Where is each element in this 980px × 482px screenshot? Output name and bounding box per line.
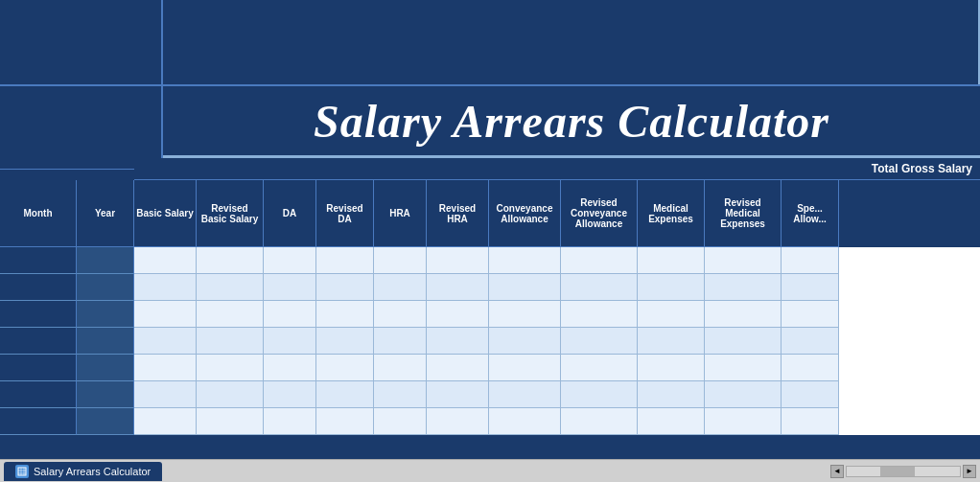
rev-conv-cell[interactable]: [561, 247, 638, 274]
rev-medical-cell[interactable]: [705, 328, 782, 355]
conv-cell[interactable]: [489, 381, 561, 408]
hra-cell[interactable]: [374, 381, 427, 408]
month-cell[interactable]: [0, 274, 77, 301]
app-title: Salary Arrears Calculator: [314, 95, 829, 148]
rev-medical-cell[interactable]: [705, 355, 782, 381]
rev-da-cell[interactable]: [316, 381, 374, 408]
scroll-right-button[interactable]: ►: [963, 465, 976, 478]
year-cell[interactable]: [77, 247, 134, 274]
col-header-hra: HRA: [374, 180, 427, 247]
medical-cell[interactable]: [638, 381, 705, 408]
year-cell[interactable]: [77, 328, 134, 355]
special-cell[interactable]: [782, 381, 839, 408]
rev-hra-cell[interactable]: [427, 274, 489, 301]
rev-hra-cell[interactable]: [427, 328, 489, 355]
rev-hra-cell[interactable]: [427, 301, 489, 328]
da-cell[interactable]: [264, 355, 316, 381]
conv-cell[interactable]: [489, 301, 561, 328]
rev-conv-cell[interactable]: [561, 301, 638, 328]
da-cell[interactable]: [264, 274, 316, 301]
rev-basic-cell[interactable]: [197, 247, 264, 274]
month-cell[interactable]: [0, 408, 77, 435]
rev-medical-cell[interactable]: [705, 408, 782, 435]
basic-cell[interactable]: [134, 381, 197, 408]
rev-basic-cell[interactable]: [197, 274, 264, 301]
col-header-rev-basic: Revised Basic Salary: [197, 180, 264, 247]
basic-cell[interactable]: [134, 328, 197, 355]
da-cell[interactable]: [264, 381, 316, 408]
special-cell[interactable]: [782, 247, 839, 274]
month-cell[interactable]: [0, 328, 77, 355]
month-cell[interactable]: [0, 381, 77, 408]
rev-hra-cell[interactable]: [427, 355, 489, 381]
year-cell[interactable]: [77, 301, 134, 328]
rev-conv-cell[interactable]: [561, 355, 638, 381]
medical-cell[interactable]: [638, 274, 705, 301]
sheet-tab[interactable]: Salary Arrears Calculator: [4, 462, 162, 481]
rev-basic-cell[interactable]: [197, 408, 264, 435]
rev-basic-cell[interactable]: [197, 355, 264, 381]
medical-cell[interactable]: [638, 408, 705, 435]
conv-cell[interactable]: [489, 328, 561, 355]
conv-cell[interactable]: [489, 247, 561, 274]
basic-cell[interactable]: [134, 301, 197, 328]
special-cell[interactable]: [782, 301, 839, 328]
rev-medical-cell[interactable]: [705, 381, 782, 408]
hra-cell[interactable]: [374, 301, 427, 328]
hra-cell[interactable]: [374, 328, 427, 355]
conv-cell[interactable]: [489, 274, 561, 301]
rev-conv-cell[interactable]: [561, 408, 638, 435]
da-cell[interactable]: [264, 301, 316, 328]
rev-conv-cell[interactable]: [561, 274, 638, 301]
da-cell[interactable]: [264, 408, 316, 435]
medical-cell[interactable]: [638, 301, 705, 328]
basic-cell[interactable]: [134, 247, 197, 274]
special-cell[interactable]: [782, 408, 839, 435]
rev-hra-cell[interactable]: [427, 381, 489, 408]
rev-medical-cell[interactable]: [705, 301, 782, 328]
medical-cell[interactable]: [638, 328, 705, 355]
rev-hra-cell[interactable]: [427, 247, 489, 274]
rev-conv-cell[interactable]: [561, 381, 638, 408]
conv-cell[interactable]: [489, 355, 561, 381]
month-cell[interactable]: [0, 247, 77, 274]
basic-cell[interactable]: [134, 408, 197, 435]
hra-cell[interactable]: [374, 355, 427, 381]
rev-da-cell[interactable]: [316, 355, 374, 381]
rev-da-cell[interactable]: [316, 408, 374, 435]
hra-cell[interactable]: [374, 408, 427, 435]
da-cell[interactable]: [264, 247, 316, 274]
rev-da-cell[interactable]: [316, 301, 374, 328]
rev-medical-cell[interactable]: [705, 247, 782, 274]
rev-conv-cell[interactable]: [561, 328, 638, 355]
col-header-rev-da: Revised DA: [316, 180, 374, 247]
special-cell[interactable]: [782, 328, 839, 355]
month-cell[interactable]: [0, 355, 77, 381]
basic-cell[interactable]: [134, 274, 197, 301]
rev-hra-cell[interactable]: [427, 408, 489, 435]
medical-cell[interactable]: [638, 355, 705, 381]
special-cell[interactable]: [782, 274, 839, 301]
conv-cell[interactable]: [489, 408, 561, 435]
year-cell[interactable]: [77, 355, 134, 381]
hra-cell[interactable]: [374, 247, 427, 274]
special-cell[interactable]: [782, 355, 839, 381]
hra-cell[interactable]: [374, 274, 427, 301]
spreadsheet-area: Total Gross Salary Month Year Basic Sala…: [0, 158, 980, 459]
year-cell[interactable]: [77, 408, 134, 435]
rev-da-cell[interactable]: [316, 247, 374, 274]
rev-medical-cell[interactable]: [705, 274, 782, 301]
rev-da-cell[interactable]: [316, 274, 374, 301]
scroll-left-button[interactable]: ◄: [830, 465, 844, 478]
rev-basic-cell[interactable]: [197, 301, 264, 328]
month-cell[interactable]: [0, 301, 77, 328]
medical-cell[interactable]: [638, 247, 705, 274]
scroll-track[interactable]: [846, 466, 961, 477]
year-cell[interactable]: [77, 274, 134, 301]
year-cell[interactable]: [77, 381, 134, 408]
rev-basic-cell[interactable]: [197, 381, 264, 408]
rev-basic-cell[interactable]: [197, 328, 264, 355]
basic-cell[interactable]: [134, 355, 197, 381]
da-cell[interactable]: [264, 328, 316, 355]
rev-da-cell[interactable]: [316, 328, 374, 355]
